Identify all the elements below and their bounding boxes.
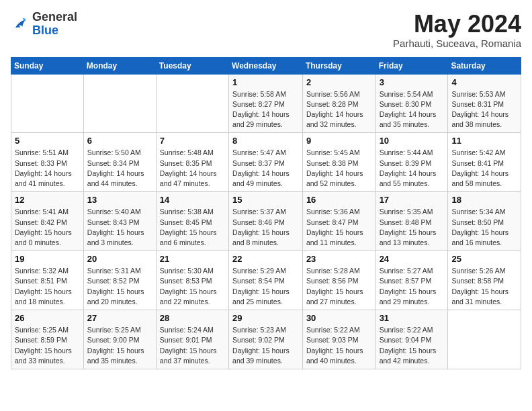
weekday-header-row: SundayMondayTuesdayWednesdayThursdayFrid… [11,57,521,74]
calendar-table: SundayMondayTuesdayWednesdayThursdayFrid… [11,57,521,369]
calendar-cell: 7Sunrise: 5:48 AMSunset: 8:35 PMDaylight… [156,133,228,192]
calendar-cell: 8Sunrise: 5:47 AMSunset: 8:37 PMDaylight… [229,133,303,192]
calendar-cell: 9Sunrise: 5:45 AMSunset: 8:38 PMDaylight… [302,133,375,192]
day-number: 19 [15,254,80,264]
calendar-cell: 12Sunrise: 5:41 AMSunset: 8:42 PMDayligh… [11,192,84,251]
day-info: Sunrise: 5:24 AMSunset: 9:01 PMDaylight:… [160,325,225,366]
calendar-week-row: 5Sunrise: 5:51 AMSunset: 8:33 PMDaylight… [11,133,521,192]
day-info: Sunrise: 5:50 AMSunset: 8:34 PMDaylight:… [87,148,152,189]
day-info: Sunrise: 5:38 AMSunset: 8:45 PMDaylight:… [160,207,225,248]
weekday-header: Saturday [448,57,521,74]
day-info: Sunrise: 5:47 AMSunset: 8:37 PMDaylight:… [232,148,299,189]
calendar-week-row: 1Sunrise: 5:58 AMSunset: 8:27 PMDaylight… [11,74,521,133]
calendar-cell: 22Sunrise: 5:29 AMSunset: 8:54 PMDayligh… [229,251,303,310]
day-number: 10 [380,136,445,146]
calendar-cell: 4Sunrise: 5:53 AMSunset: 8:31 PMDaylight… [448,74,521,133]
day-info: Sunrise: 5:22 AMSunset: 9:04 PMDaylight:… [380,325,445,366]
day-info: Sunrise: 5:22 AMSunset: 9:03 PMDaylight:… [306,325,372,366]
weekday-header: Sunday [11,57,84,74]
day-number: 26 [15,313,80,323]
day-number: 6 [87,136,152,146]
calendar-cell: 2Sunrise: 5:56 AMSunset: 8:28 PMDaylight… [302,74,375,133]
day-number: 29 [232,313,299,323]
calendar-cell: 29Sunrise: 5:23 AMSunset: 9:02 PMDayligh… [229,310,303,369]
logo-icon [11,15,30,34]
day-number: 4 [451,77,517,87]
day-info: Sunrise: 5:53 AMSunset: 8:31 PMDaylight:… [451,89,517,130]
day-number: 1 [232,77,299,87]
calendar-cell: 23Sunrise: 5:28 AMSunset: 8:56 PMDayligh… [302,251,375,310]
day-number: 15 [232,195,299,205]
day-number: 12 [15,195,80,205]
day-info: Sunrise: 5:41 AMSunset: 8:42 PMDaylight:… [15,207,80,248]
day-number: 23 [306,254,372,264]
calendar-cell: 3Sunrise: 5:54 AMSunset: 8:30 PMDaylight… [375,74,448,133]
calendar-cell: 20Sunrise: 5:31 AMSunset: 8:52 PMDayligh… [83,251,156,310]
weekday-header: Monday [83,57,156,74]
calendar-cell: 6Sunrise: 5:50 AMSunset: 8:34 PMDaylight… [83,133,156,192]
day-number: 9 [306,136,372,146]
day-info: Sunrise: 5:40 AMSunset: 8:43 PMDaylight:… [87,207,152,248]
day-info: Sunrise: 5:31 AMSunset: 8:52 PMDaylight:… [87,266,152,307]
day-info: Sunrise: 5:26 AMSunset: 8:58 PMDaylight:… [451,266,517,307]
day-number: 2 [306,77,372,87]
day-info: Sunrise: 5:54 AMSunset: 8:30 PMDaylight:… [380,89,445,130]
calendar-cell [11,74,84,133]
day-number: 7 [160,136,225,146]
weekday-header: Thursday [302,57,375,74]
day-info: Sunrise: 5:51 AMSunset: 8:33 PMDaylight:… [15,148,80,189]
day-number: 8 [232,136,299,146]
day-number: 28 [160,313,225,323]
calendar-week-row: 12Sunrise: 5:41 AMSunset: 8:42 PMDayligh… [11,192,521,251]
calendar-cell: 31Sunrise: 5:22 AMSunset: 9:04 PMDayligh… [375,310,448,369]
day-info: Sunrise: 5:32 AMSunset: 8:51 PMDaylight:… [15,266,80,307]
calendar-cell: 15Sunrise: 5:37 AMSunset: 8:46 PMDayligh… [229,192,303,251]
day-number: 16 [306,195,372,205]
calendar-cell: 1Sunrise: 5:58 AMSunset: 8:27 PMDaylight… [229,74,303,133]
day-number: 5 [15,136,80,146]
calendar-cell [83,74,156,133]
calendar-cell: 14Sunrise: 5:38 AMSunset: 8:45 PMDayligh… [156,192,228,251]
day-number: 24 [380,254,445,264]
calendar-cell: 11Sunrise: 5:42 AMSunset: 8:41 PMDayligh… [448,133,521,192]
day-info: Sunrise: 5:56 AMSunset: 8:28 PMDaylight:… [306,89,372,130]
logo: General Blue [11,11,77,38]
calendar-cell: 5Sunrise: 5:51 AMSunset: 8:33 PMDaylight… [11,133,84,192]
day-info: Sunrise: 5:35 AMSunset: 8:48 PMDaylight:… [380,207,445,248]
day-number: 3 [380,77,445,87]
day-number: 13 [87,195,152,205]
calendar-cell: 19Sunrise: 5:32 AMSunset: 8:51 PMDayligh… [11,251,84,310]
calendar-cell: 10Sunrise: 5:44 AMSunset: 8:39 PMDayligh… [375,133,448,192]
day-number: 25 [451,254,517,264]
day-number: 18 [451,195,517,205]
day-info: Sunrise: 5:36 AMSunset: 8:47 PMDaylight:… [306,207,372,248]
day-info: Sunrise: 5:42 AMSunset: 8:41 PMDaylight:… [451,148,517,189]
day-info: Sunrise: 5:45 AMSunset: 8:38 PMDaylight:… [306,148,372,189]
weekday-header: Tuesday [156,57,228,74]
day-number: 20 [87,254,152,264]
day-info: Sunrise: 5:37 AMSunset: 8:46 PMDaylight:… [232,207,299,248]
location: Parhauti, Suceava, Romania [393,38,521,49]
day-number: 27 [87,313,152,323]
day-number: 17 [380,195,445,205]
day-info: Sunrise: 5:44 AMSunset: 8:39 PMDaylight:… [380,148,445,189]
weekday-header: Wednesday [229,57,303,74]
title-block: May 2024 Parhauti, Suceava, Romania [393,11,521,49]
calendar-week-row: 26Sunrise: 5:25 AMSunset: 8:59 PMDayligh… [11,310,521,369]
day-number: 22 [232,254,299,264]
day-info: Sunrise: 5:34 AMSunset: 8:50 PMDaylight:… [451,207,517,248]
calendar-cell: 30Sunrise: 5:22 AMSunset: 9:03 PMDayligh… [302,310,375,369]
logo-text: General Blue [32,11,77,38]
month-title: May 2024 [393,11,521,38]
calendar-cell: 24Sunrise: 5:27 AMSunset: 8:57 PMDayligh… [375,251,448,310]
day-info: Sunrise: 5:48 AMSunset: 8:35 PMDaylight:… [160,148,225,189]
calendar-week-row: 19Sunrise: 5:32 AMSunset: 8:51 PMDayligh… [11,251,521,310]
calendar-cell: 17Sunrise: 5:35 AMSunset: 8:48 PMDayligh… [375,192,448,251]
day-info: Sunrise: 5:28 AMSunset: 8:56 PMDaylight:… [306,266,372,307]
day-number: 11 [451,136,517,146]
day-number: 31 [380,313,445,323]
calendar-cell: 18Sunrise: 5:34 AMSunset: 8:50 PMDayligh… [448,192,521,251]
day-info: Sunrise: 5:23 AMSunset: 9:02 PMDaylight:… [232,325,299,366]
day-info: Sunrise: 5:25 AMSunset: 9:00 PMDaylight:… [87,325,152,366]
day-info: Sunrise: 5:29 AMSunset: 8:54 PMDaylight:… [232,266,299,307]
